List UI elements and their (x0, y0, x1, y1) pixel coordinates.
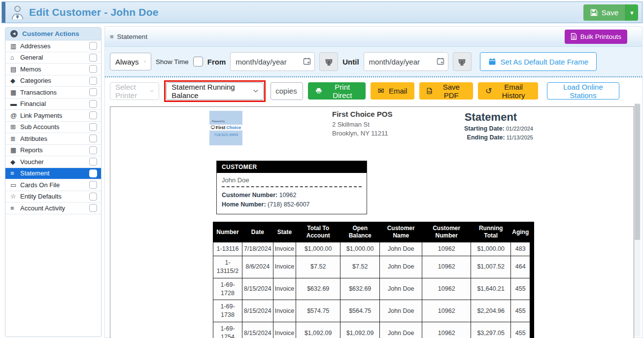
logo-phone: 718.522.0909 (214, 133, 238, 137)
cell-number: 1-69-1754 (213, 322, 242, 338)
statement-checkbox[interactable] (89, 169, 97, 177)
cell-customer-number: 10962 (422, 300, 471, 322)
date-range-select[interactable]: Always (110, 53, 151, 70)
cell-customer-name: John Doe (380, 256, 422, 278)
vertical-scrollbar[interactable] (634, 103, 641, 337)
cell-date: 8/15/2024 (242, 278, 273, 300)
sidebar-item-label: Categories (20, 77, 89, 84)
email-history-button[interactable]: ↺ Email History (478, 82, 538, 100)
until-date-wrap (364, 52, 448, 71)
load-online-stations-button[interactable]: Load Online Stations (547, 82, 619, 100)
sidebar-item-memos[interactable]: ▤ Memos (5, 64, 101, 75)
calendar-icon[interactable] (303, 57, 311, 65)
print-direct-button[interactable]: Print Direct (308, 82, 365, 100)
bulk-printouts-button[interactable]: Bulk Printouts (565, 30, 627, 44)
account-activity-checkbox[interactable] (89, 204, 97, 212)
financial-checkbox[interactable] (89, 100, 97, 108)
sidebar-item-general[interactable]: ⌂ General (5, 52, 101, 64)
cell-running-total: $1,000.00 (471, 242, 511, 256)
sub-accounts-checkbox[interactable] (89, 123, 97, 131)
cell-running-total: $3,297.05 (471, 322, 511, 338)
link-payments-checkbox[interactable] (89, 111, 97, 119)
categories-checkbox[interactable] (89, 77, 97, 85)
sidebar-item-label: General (20, 54, 89, 61)
sidebar-item-link-payments[interactable]: @ Link Payments (5, 110, 101, 122)
sidebar-item-addresses[interactable]: ▥ Addresses (5, 40, 101, 52)
save-pdf-button[interactable]: PDF Save PDF (419, 82, 473, 100)
cell-state: Invoice (273, 278, 296, 300)
sidebar-item-voucher[interactable]: ◆ Voucher (5, 156, 101, 168)
set-default-date-frame-label: Set As Default Date Frame (501, 58, 588, 66)
dashed-divider (222, 186, 362, 187)
printer-select[interactable]: Select Printer (110, 82, 159, 100)
sidebar-item-categories[interactable]: ◆ Categories (5, 75, 101, 87)
statement-header: Statement Starting Date: 01/22/2024 Endi… (448, 111, 533, 142)
cell-aging: 455 (511, 322, 532, 338)
print-template-select[interactable]: Statement Running Balance (166, 82, 264, 100)
starting-date-value: 01/22/2024 (506, 126, 533, 132)
sidebar-item-reports[interactable]: ▦ Reports (5, 145, 101, 157)
page-title: Edit Customer - John Doe (29, 6, 159, 18)
save-pdf-label: Save PDF (437, 83, 466, 100)
customer-box: CUSTOMER John Doe Customer Number: 10962… (216, 161, 367, 214)
sidebar-item-label: Statement (20, 169, 89, 177)
statement-table-header: Number Date State Total To Account Open … (213, 222, 532, 242)
sidebar-item-account-activity[interactable]: ≡ Account Activity (5, 203, 101, 214)
printer-select-placeholder: Select Printer (115, 83, 145, 100)
until-date-input[interactable] (364, 52, 448, 71)
reports-checkbox[interactable] (89, 146, 97, 154)
memos-icon: ▤ (10, 66, 20, 73)
cell-customer-name: John Doe (380, 300, 422, 322)
from-date-input[interactable] (230, 52, 315, 71)
hebrew-calendar-button[interactable] (453, 52, 472, 71)
attributes-checkbox[interactable] (89, 135, 97, 142)
show-time-checkbox[interactable] (193, 57, 203, 67)
customer-number-label: Customer Number: (222, 192, 277, 199)
home-number-line: Home Number: (718) 852-6007 (222, 200, 362, 209)
cards-on-file-checkbox[interactable] (89, 181, 97, 189)
save-dropdown-caret[interactable]: ▼ (625, 4, 638, 21)
voucher-checkbox[interactable] (89, 158, 97, 166)
transactions-checkbox[interactable] (89, 88, 97, 96)
memos-checkbox[interactable] (89, 65, 97, 73)
company-info: First Choice POS 2 Skillman St Brooklyn,… (332, 110, 393, 137)
customer-number-line: Customer Number: 10962 (222, 191, 362, 200)
set-default-date-frame-button[interactable]: Set As Default Date Frame (480, 52, 597, 71)
customer-person-icon (11, 5, 24, 20)
cell-customer-name: John Doe (380, 278, 422, 300)
cell-total-to-account: $632.69 (296, 278, 340, 300)
sidebar-item-financial[interactable]: ▬ Financial (5, 99, 101, 110)
cell-date: 8/15/2024 (242, 322, 273, 338)
chevron-down-icon (144, 60, 146, 64)
sidebar-header[interactable]: ◄ Customer Actions (5, 28, 101, 40)
save-button[interactable]: Save (583, 4, 625, 21)
cell-open-balance: $1,000.00 (340, 242, 380, 256)
calendar-icon[interactable] (437, 57, 444, 65)
statement-toolbar-title: ≡ Statement (110, 33, 147, 40)
table-row: 1-69-1738 8/15/2024 Invoice $574.75 $564… (213, 300, 532, 322)
date-range-value: Always (115, 58, 139, 66)
app-window: Edit Customer - John Doe Save ▼ ◄ Custom… (0, 0, 644, 338)
sidebar-item-attributes[interactable]: ≣ Attributes (5, 133, 101, 145)
general-checkbox[interactable] (89, 54, 97, 62)
sidebar-item-sub-accounts[interactable]: ⊞ Sub Accounts (5, 122, 101, 134)
copies-input[interactable] (271, 82, 303, 100)
account-activity-icon: ≡ (10, 204, 20, 212)
email-button[interactable]: ✉ Email (371, 82, 415, 100)
addresses-checkbox[interactable] (89, 42, 97, 50)
chevron-down-icon (253, 89, 258, 93)
date-filter-bar: Always Show Time From (105, 47, 642, 77)
sidebar-item-transactions[interactable]: ▦ Transactions (5, 87, 101, 99)
load-online-stations-label: Load Online Stations (555, 83, 611, 100)
from-label: From (207, 58, 226, 66)
print-direct-label: Print Direct (327, 83, 358, 100)
scrollbar-thumb[interactable] (635, 104, 640, 240)
sidebar-item-statement[interactable]: ≡ Statement (5, 168, 101, 180)
entity-defaults-checkbox[interactable] (89, 193, 97, 201)
sidebar-item-cards-on-file[interactable]: ▭ Cards On File (5, 179, 101, 191)
cell-running-total: $1,007.52 (471, 256, 511, 278)
sidebar-item-entity-defaults[interactable]: ☆ Entity Defaults (5, 191, 101, 203)
hebrew-calendar-button[interactable] (319, 52, 338, 71)
cell-open-balance: $1,092.09 (340, 322, 380, 338)
cell-customer-name: John Doe (380, 322, 422, 338)
